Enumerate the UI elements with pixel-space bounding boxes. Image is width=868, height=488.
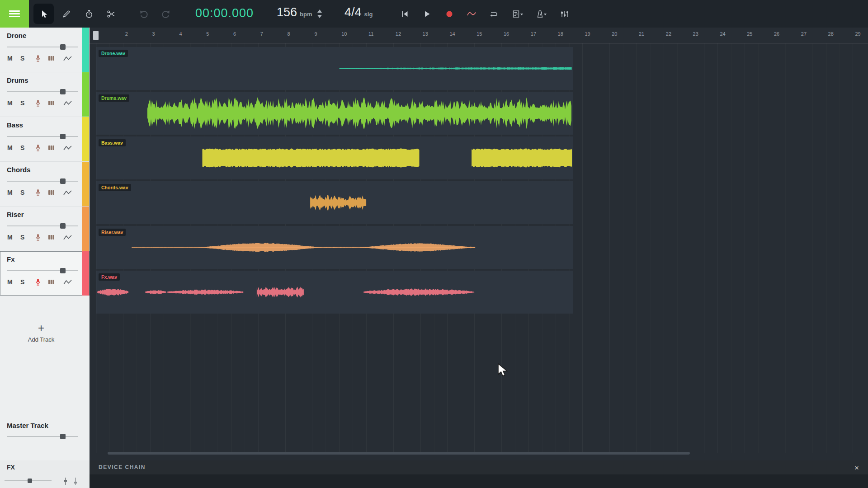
timeline[interactable]: 2345678910111213141516171819202122232425… [90, 28, 868, 460]
master-volume-slider[interactable] [7, 436, 78, 437]
bottom-left-controls [0, 474, 90, 488]
clip-riser[interactable]: Riser.wav [96, 226, 573, 269]
track-header-drums[interactable]: DrumsMS [0, 72, 90, 117]
mute-button[interactable]: M [7, 144, 13, 152]
ruler-bar-label: 8 [288, 31, 290, 37]
mini-volume-slider[interactable] [5, 480, 52, 481]
automation-toggle[interactable] [63, 144, 72, 152]
bpm-control[interactable]: 156 bpm [277, 5, 322, 19]
automation-toggle[interactable] [63, 99, 72, 107]
record-button[interactable] [439, 4, 459, 24]
instrument-button[interactable] [48, 144, 55, 152]
clip-label[interactable]: Drums.wav [99, 94, 129, 102]
track-header-chords[interactable]: ChordsMS [0, 162, 90, 206]
bpm-increment-icon[interactable] [317, 9, 322, 13]
bpm-label: bpm [300, 11, 312, 18]
track-volume-thumb[interactable] [60, 89, 66, 94]
solo-button[interactable]: S [20, 54, 24, 62]
record-arm-button[interactable] [35, 233, 41, 241]
track-volume-slider[interactable] [7, 136, 78, 137]
timer-tool-button[interactable] [79, 4, 99, 24]
instrument-button[interactable] [48, 99, 55, 107]
track-volume-thumb[interactable] [60, 44, 66, 50]
waveform [96, 47, 573, 90]
track-header-bass[interactable]: BassMS [0, 117, 90, 162]
clip-label[interactable]: Drone.wav [99, 50, 128, 57]
draw-tool-button[interactable] [56, 4, 76, 24]
track-volume-thumb[interactable] [60, 268, 66, 273]
horizontal-scrollbar[interactable] [108, 452, 690, 455]
track-volume-thumb[interactable] [60, 134, 66, 139]
track-volume-thumb[interactable] [60, 178, 66, 184]
instrument-button[interactable] [48, 188, 55, 197]
track-color-strip [82, 117, 89, 161]
track-volume-slider[interactable] [7, 181, 78, 182]
automation-toggle[interactable] [63, 188, 72, 197]
automation-toggle[interactable] [63, 54, 72, 62]
half-bar-grid-line [650, 43, 651, 453]
track-volume-slider[interactable] [7, 47, 78, 47]
track-header-riser[interactable]: RiserMS [0, 206, 90, 251]
mini-pan-icon[interactable] [72, 477, 79, 488]
time-signature-control[interactable]: 4/4 sig [344, 5, 373, 19]
track-header-drone[interactable]: DroneMS [0, 28, 90, 72]
clip-fx[interactable]: Fx.wav [96, 271, 573, 314]
solo-button[interactable]: S [20, 278, 24, 286]
redo-button[interactable] [156, 4, 176, 24]
loop-button[interactable] [483, 4, 504, 24]
clip-chords[interactable]: Chords.wav [96, 181, 573, 224]
piano-roll-button[interactable] [508, 4, 528, 24]
playhead-handle[interactable] [93, 31, 99, 40]
instrument-button[interactable] [48, 233, 55, 241]
play-button[interactable] [416, 4, 437, 24]
mute-button[interactable]: M [7, 188, 13, 197]
record-arm-button[interactable] [35, 144, 41, 152]
undo-button[interactable] [133, 4, 154, 24]
track-volume-slider[interactable] [7, 91, 78, 92]
mute-button[interactable]: M [7, 278, 13, 286]
record-arm-button[interactable] [35, 54, 41, 62]
master-volume-thumb[interactable] [60, 434, 66, 439]
track-volume-thumb[interactable] [60, 223, 66, 229]
track-volume-slider[interactable] [7, 225, 78, 226]
mute-button[interactable]: M [7, 54, 13, 62]
instrument-button[interactable] [48, 278, 55, 286]
solo-button[interactable]: S [20, 188, 24, 197]
bpm-decrement-icon[interactable] [317, 15, 322, 18]
close-panel-button[interactable]: × [852, 460, 862, 474]
menu-button[interactable] [0, 0, 29, 28]
track-header-fx[interactable]: FxMS [0, 251, 90, 296]
record-arm-button[interactable] [35, 99, 41, 107]
select-tool-button[interactable] [33, 4, 54, 24]
time-display[interactable]: 00:00.000 [195, 6, 254, 20]
mute-button[interactable]: M [7, 233, 13, 241]
add-track-button[interactable]: + Add Track [0, 322, 82, 343]
clip-drone[interactable]: Drone.wav [96, 47, 573, 90]
automation-toggle[interactable] [63, 278, 72, 286]
ruler-bar-label: 15 [476, 31, 482, 37]
mini-volume-thumb[interactable] [28, 479, 32, 483]
track-volume-slider[interactable] [7, 270, 78, 271]
record-arm-button[interactable] [35, 278, 41, 286]
solo-button[interactable]: S [20, 99, 24, 107]
metronome-button[interactable] [531, 4, 552, 24]
skip-start-button[interactable] [394, 4, 415, 24]
automation-button[interactable] [461, 4, 481, 24]
clip-drums[interactable]: Drums.wav [96, 92, 573, 135]
mute-button[interactable]: M [7, 99, 13, 107]
mixer-button[interactable] [554, 4, 575, 24]
bpm-stepper[interactable] [317, 9, 322, 18]
timeline-ruler[interactable]: 2345678910111213141516171819202122232425… [90, 28, 868, 44]
clip-bass[interactable]: Bass.wav [96, 136, 573, 179]
split-tool-button[interactable] [101, 4, 121, 24]
clip-label[interactable]: Fx.wav [99, 273, 120, 281]
solo-button[interactable]: S [20, 233, 24, 241]
clip-label[interactable]: Riser.wav [99, 229, 126, 236]
automation-toggle[interactable] [63, 233, 72, 241]
mini-fader-icon[interactable] [62, 477, 69, 488]
record-arm-button[interactable] [35, 188, 41, 197]
solo-button[interactable]: S [20, 144, 24, 152]
clip-label[interactable]: Bass.wav [99, 139, 126, 146]
clip-label[interactable]: Chords.wav [99, 184, 131, 191]
instrument-button[interactable] [48, 54, 55, 62]
